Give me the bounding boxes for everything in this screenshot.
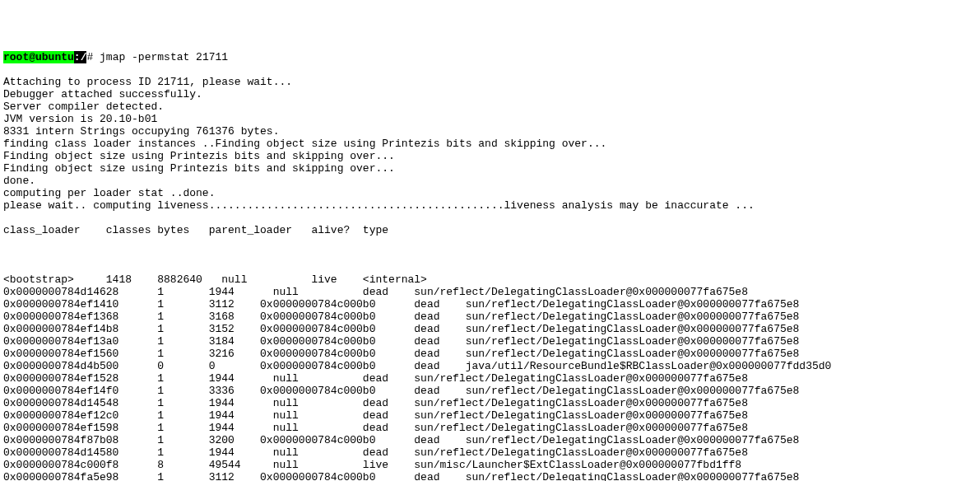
output-line: computing per loader stat ..done. xyxy=(3,187,977,199)
table-row: 0x0000000784ef1368 1 3168 0x0000000784c0… xyxy=(3,311,977,323)
table-row: 0x0000000784d4b500 0 0 0x0000000784c000b… xyxy=(3,360,977,372)
table-row: 0x0000000784ef1598 1 1944 null dead sun/… xyxy=(3,422,977,434)
table-row: 0x0000000784ef1410 1 3112 0x0000000784c0… xyxy=(3,298,977,311)
prompt-user: root@ubuntu xyxy=(3,51,74,63)
output-line: Debugger attached successfully. xyxy=(3,88,977,100)
table-row: 0x0000000784f87b08 1 3200 0x0000000784c0… xyxy=(3,434,977,446)
command-text[interactable]: jmap -permstat 21711 xyxy=(93,51,228,63)
output-line: please wait.. computing liveness........… xyxy=(3,199,977,212)
output-preamble: Attaching to process ID 21711, please wa… xyxy=(3,76,977,212)
table-row: 0x0000000784d14628 1 1944 null dead sun/… xyxy=(3,286,977,298)
table-row: 0x0000000784d14548 1 1944 null dead sun/… xyxy=(3,397,977,409)
table-row: 0x0000000784ef1528 1 1944 null dead sun/… xyxy=(3,372,977,385)
table-row: 0x0000000784ef13a0 1 3184 0x0000000784c0… xyxy=(3,335,977,348)
output-line: Server compiler detected. xyxy=(3,100,977,113)
output-line: JVM version is 20.10-b01 xyxy=(3,113,977,125)
table-row: 0x0000000784ef12c0 1 1944 null dead sun/… xyxy=(3,409,977,422)
table-row: 0x0000000784ef14b8 1 3152 0x0000000784c0… xyxy=(3,323,977,335)
table-row: 0x0000000784ef14f0 1 3336 0x0000000784c0… xyxy=(3,385,977,397)
table-row: 0x0000000784c000f8 8 49544 null live sun… xyxy=(3,459,977,471)
prompt-line: root@ubuntu:/# jmap -permstat 21711 xyxy=(3,51,977,63)
blank-line xyxy=(3,249,977,261)
table-row: 0x0000000784ef1560 1 3216 0x0000000784c0… xyxy=(3,348,977,360)
output-line: done. xyxy=(3,175,977,187)
prompt-sep: : xyxy=(74,51,81,63)
table-row: <bootstrap> 1418 8882640 null live <inte… xyxy=(3,273,977,286)
output-line: Finding object size using Printezis bits… xyxy=(3,162,977,175)
table-row: 0x0000000784d14580 1 1944 null dead sun/… xyxy=(3,446,977,459)
output-line: Attaching to process ID 21711, please wa… xyxy=(3,76,977,88)
table-header: class_loader classes bytes parent_loader… xyxy=(3,224,977,236)
output-line: 8331 intern Strings occupying 761376 byt… xyxy=(3,125,977,138)
table-rows: <bootstrap> 1418 8882640 null live <inte… xyxy=(3,273,977,481)
table-row: 0x0000000784fa5e98 1 3112 0x0000000784c0… xyxy=(3,471,977,481)
output-line: Finding object size using Printezis bits… xyxy=(3,150,977,162)
output-line: finding class loader instances ..Finding… xyxy=(3,138,977,150)
